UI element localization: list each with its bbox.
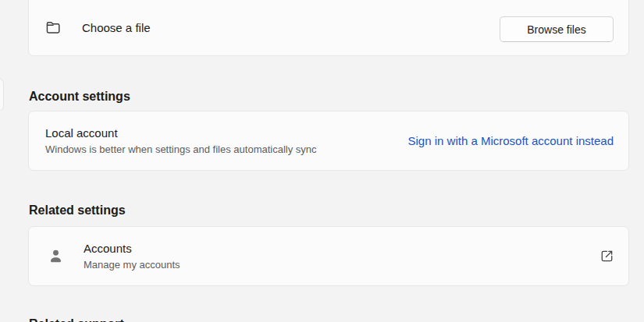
person-icon bbox=[47, 227, 66, 285]
local-account-title: Local account bbox=[45, 126, 317, 141]
local-account-subtitle: Windows is better when settings and file… bbox=[45, 143, 317, 156]
choose-file-card: Choose a file Browse files bbox=[28, 0, 629, 56]
settings-page: Choose a file Browse files Account setti… bbox=[0, 0, 644, 322]
related-support-heading: Related support bbox=[29, 316, 124, 322]
account-settings-heading: Account settings bbox=[29, 88, 130, 104]
folder-icon bbox=[44, 19, 62, 36]
sign-in-microsoft-link[interactable]: Sign in with a Microsoft account instead bbox=[408, 111, 614, 170]
accounts-subtitle: Manage my accounts bbox=[84, 258, 180, 271]
accounts-row[interactable]: Accounts Manage my accounts bbox=[28, 226, 629, 286]
local-account-text: Local account Windows is better when set… bbox=[45, 111, 317, 170]
choose-file-label: Choose a file bbox=[82, 21, 151, 34]
browse-files-button[interactable]: Browse files bbox=[500, 16, 614, 42]
accounts-text: Accounts Manage my accounts bbox=[84, 227, 180, 285]
local-account-card: Local account Windows is better when set… bbox=[28, 111, 629, 171]
accounts-title: Accounts bbox=[84, 241, 180, 257]
related-settings-heading: Related settings bbox=[29, 202, 126, 218]
external-link-icon bbox=[599, 227, 615, 285]
left-edge-pill bbox=[0, 78, 4, 111]
